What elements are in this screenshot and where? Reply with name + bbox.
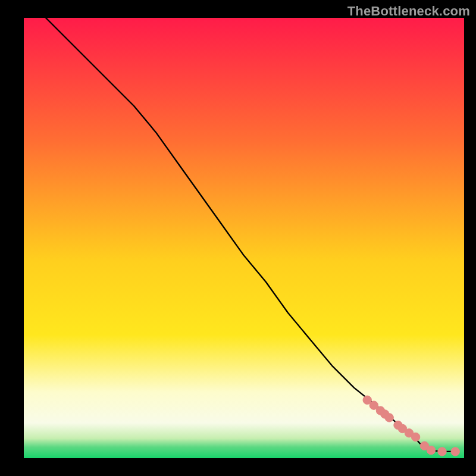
curve-layer <box>24 18 464 458</box>
curve-marker <box>438 447 446 456</box>
curve-markers <box>363 396 459 456</box>
curve-marker <box>427 446 435 455</box>
curve-marker <box>451 447 459 456</box>
chart-stage: TheBottleneck.com <box>0 0 476 476</box>
watermark-text: TheBottleneck.com <box>347 4 470 19</box>
curve-marker <box>385 414 393 422</box>
curve-marker <box>411 433 419 441</box>
plot-area <box>24 18 464 458</box>
curve-line <box>46 18 455 452</box>
